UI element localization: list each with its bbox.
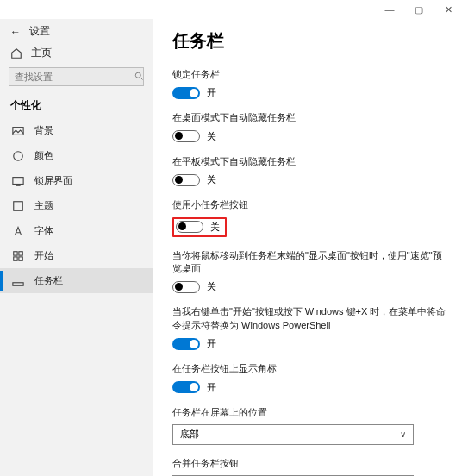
dropdown-taskbar-position[interactable]: 底部 ∨ — [172, 424, 414, 445]
setting-label: 在任务栏按钮上显示角标 — [172, 362, 449, 375]
setting-label: 任务栏在屏幕上的位置 — [172, 406, 449, 419]
svg-rect-9 — [14, 256, 17, 260]
grid-icon — [12, 250, 24, 262]
sidebar-item-background[interactable]: 背景 — [0, 118, 153, 143]
back-icon[interactable]: ← — [10, 26, 21, 38]
sidebar-item-lockscreen[interactable]: 锁屏界面 — [0, 168, 153, 193]
svg-rect-8 — [19, 251, 22, 254]
toggle-autohide-desktop[interactable] — [172, 130, 200, 142]
setting-label: 当我右键单击"开始"按钮或按下 Windows 键+X 时，在菜单中将命令提示符… — [172, 305, 449, 332]
setting-label: 在桌面模式下自动隐藏任务栏 — [172, 111, 449, 124]
minimize-button[interactable]: — — [375, 4, 404, 15]
sidebar-item-themes[interactable]: 主题 — [0, 193, 153, 218]
setting-label: 锁定任务栏 — [172, 68, 449, 81]
sidebar-item-fonts[interactable]: 字体 — [0, 218, 153, 243]
toggle-state: 开 — [207, 381, 216, 394]
sidebar-item-label: 背景 — [34, 124, 53, 137]
svg-line-1 — [140, 78, 143, 80]
toggle-small-buttons[interactable] — [176, 221, 203, 233]
toggle-state: 开 — [207, 337, 216, 350]
toggle-badges[interactable] — [172, 381, 200, 393]
search-field[interactable] — [15, 72, 134, 82]
maximize-button[interactable]: ▢ — [404, 4, 434, 16]
sidebar: ← 设置 主页 个性化 背景 — [0, 19, 153, 476]
svg-point-0 — [135, 72, 140, 78]
toggle-state: 关 — [207, 173, 216, 186]
sidebar-item-label: 主题 — [34, 199, 53, 212]
search-input[interactable] — [9, 67, 144, 86]
svg-rect-11 — [13, 282, 23, 285]
image-icon — [12, 125, 24, 137]
toggle-lock-taskbar[interactable] — [172, 87, 200, 99]
toggle-state: 关 — [207, 280, 216, 293]
toggle-state: 关 — [207, 130, 216, 143]
page-title: 任务栏 — [172, 29, 449, 53]
monitor-icon — [12, 175, 24, 187]
chevron-down-icon: ∨ — [400, 429, 406, 439]
font-icon — [12, 225, 24, 237]
home-label: 主页 — [31, 46, 52, 60]
home-icon — [10, 47, 22, 60]
search-icon — [134, 69, 144, 85]
svg-rect-10 — [19, 256, 22, 260]
dropdown-value: 底部 — [180, 428, 199, 441]
setting-label: 在平板模式下自动隐藏任务栏 — [172, 155, 449, 168]
sidebar-item-label: 字体 — [34, 224, 53, 237]
svg-point-3 — [14, 151, 23, 160]
section-head: 个性化 — [0, 93, 153, 118]
setting-label: 使用小任务栏按钮 — [172, 198, 449, 211]
close-button[interactable]: ✕ — [434, 4, 463, 16]
sidebar-item-colors[interactable]: 颜色 — [0, 143, 153, 168]
sidebar-item-taskbar[interactable]: 任务栏 — [0, 268, 153, 293]
toggle-peek[interactable] — [172, 281, 200, 293]
sidebar-item-start[interactable]: 开始 — [0, 243, 153, 268]
toggle-powershell[interactable] — [172, 338, 200, 350]
setting-label: 合并任务栏按钮 — [172, 457, 449, 470]
toggle-autohide-tablet[interactable] — [172, 174, 200, 186]
sidebar-item-label: 颜色 — [34, 149, 53, 162]
setting-label: 当你将鼠标移动到任务栏末端的"显示桌面"按钮时，使用"速览"预览桌面 — [172, 249, 449, 276]
highlight-box: 关 — [172, 217, 227, 237]
toggle-state: 开 — [207, 86, 216, 99]
svg-rect-4 — [13, 177, 23, 184]
svg-rect-7 — [14, 251, 17, 254]
sidebar-item-label: 锁屏界面 — [34, 174, 72, 187]
brush-icon — [12, 200, 24, 212]
app-title: 设置 — [29, 24, 50, 39]
toggle-state: 关 — [210, 221, 220, 234]
svg-rect-6 — [14, 201, 23, 210]
home-link[interactable]: 主页 — [0, 42, 153, 64]
taskbar-icon — [12, 275, 24, 287]
sidebar-item-label: 任务栏 — [34, 274, 63, 287]
content: 任务栏 锁定任务栏 开 在桌面模式下自动隐藏任务栏 关 在平板模式下自动隐藏任务… — [153, 19, 468, 476]
palette-icon — [12, 150, 24, 162]
titlebar: — ▢ ✕ — [0, 0, 468, 19]
sidebar-item-label: 开始 — [34, 249, 53, 262]
